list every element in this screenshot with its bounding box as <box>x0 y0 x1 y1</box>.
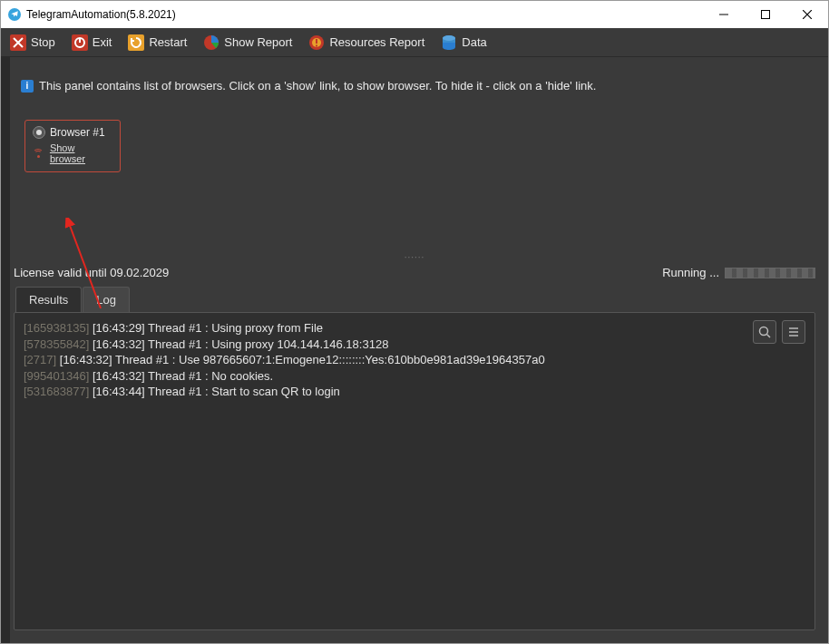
toolbar: Stop Exit Restart Show Report Resources … <box>1 28 828 57</box>
resources-report-button[interactable]: Resources Report <box>305 33 428 53</box>
info-icon: i <box>21 80 34 93</box>
stop-icon <box>10 34 26 51</box>
restart-icon <box>128 34 144 51</box>
log-line: [578355842] [16:43:32] Thread #1 : Using… <box>24 337 805 353</box>
wifi-icon <box>33 151 44 160</box>
tabs: Results Log <box>1 287 828 312</box>
restart-label: Restart <box>149 35 187 49</box>
resources-report-label: Resources Report <box>329 35 424 49</box>
log-lines: [165938135] [16:43:29] Thread #1 : Using… <box>24 320 805 400</box>
exit-button[interactable]: Exit <box>68 33 116 53</box>
database-icon <box>441 34 457 51</box>
license-text: License valid until 09.02.2029 <box>14 266 169 279</box>
log-menu-button[interactable] <box>782 320 805 344</box>
log-search-button[interactable] <box>753 320 776 344</box>
data-label: Data <box>462 35 486 49</box>
svg-rect-0 <box>762 11 770 19</box>
data-button[interactable]: Data <box>437 33 490 53</box>
log-line: [165938135] [16:43:29] Thread #1 : Using… <box>24 320 805 337</box>
svg-point-13 <box>760 327 768 336</box>
log-line: [995401346] [16:43:32] Thread #1 : No co… <box>24 368 805 385</box>
svg-point-11 <box>443 35 455 41</box>
show-browser-link[interactable]: Show browser <box>50 142 112 164</box>
telegram-icon <box>8 8 21 21</box>
show-report-button[interactable]: Show Report <box>200 33 296 53</box>
info-row: i This panel contains list of browsers. … <box>21 79 812 93</box>
info-text: This panel contains list of browsers. Cl… <box>39 79 596 93</box>
stop-button[interactable]: Stop <box>6 33 59 53</box>
alert-icon <box>308 34 325 51</box>
exit-label: Exit <box>93 35 112 49</box>
log-line: [2717] [16:43:32] Thread #1 : Use 987665… <box>24 352 805 368</box>
log-panel: [165938135] [16:43:29] Thread #1 : Using… <box>14 312 815 630</box>
stop-label: Stop <box>31 35 55 49</box>
main-panel: i This panel contains list of browsers. … <box>1 57 828 643</box>
resize-handle[interactable]: ······ <box>1 252 828 262</box>
titlebar: TelegramAutomation(5.8.2021) <box>1 1 828 28</box>
browser-icon <box>33 126 45 139</box>
progress-bar <box>725 268 815 278</box>
show-report-label: Show Report <box>224 35 292 49</box>
close-button[interactable] <box>786 1 828 28</box>
log-line: [531683877] [16:43:44] Thread #1 : Start… <box>24 384 805 400</box>
tab-results[interactable]: Results <box>15 287 82 312</box>
tab-log[interactable]: Log <box>83 287 130 312</box>
status-row: License valid until 09.02.2029 Running .… <box>1 262 828 287</box>
running-text: Running ... <box>662 266 719 279</box>
minimize-button[interactable] <box>703 1 745 28</box>
browser-card: Browser #1 Show browser <box>24 120 121 172</box>
svg-rect-9 <box>316 44 317 46</box>
maximize-button[interactable] <box>745 1 786 28</box>
svg-rect-8 <box>316 39 317 44</box>
pie-chart-icon <box>203 34 219 51</box>
restart-button[interactable]: Restart <box>124 33 190 53</box>
browser-title: Browser #1 <box>50 126 105 139</box>
left-gutter <box>1 57 10 643</box>
exit-icon <box>72 34 88 51</box>
svg-rect-4 <box>128 34 144 51</box>
app-window: TelegramAutomation(5.8.2021) Stop Exit <box>0 0 829 644</box>
window-title: TelegramAutomation(5.8.2021) <box>26 8 176 21</box>
